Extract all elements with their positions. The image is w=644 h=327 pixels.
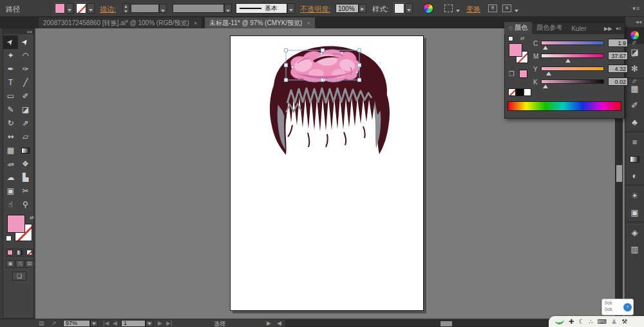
color-spectrum-bar[interactable] [507,101,621,111]
black-slider[interactable] [541,79,604,84]
control-panel-menu-icon[interactable]: ▾≡ [632,5,640,12]
ime-mode-icon[interactable]: ✚ [569,316,574,327]
pen-tool[interactable]: ✒ [3,63,18,76]
line-segment-tool[interactable]: ╱ [18,76,33,90]
none-mode-button[interactable] [25,248,33,257]
stroke-weight-field[interactable] [131,4,159,13]
lasso-tool[interactable]: ◠ [18,49,33,63]
ime-keyboard-icon[interactable]: ⌨ [598,316,607,327]
opacity-field[interactable]: 100% [336,4,359,13]
last-artboard-button[interactable]: ▶| [166,320,172,326]
dock-gradient-panel[interactable] [625,151,644,168]
stroke-weight-link[interactable]: 描边: [100,5,116,14]
eraser-tool[interactable]: ◪ [18,103,33,117]
fill-indicator-swatch[interactable] [7,215,25,233]
width-tool[interactable]: ↭ [3,130,18,144]
rectangle-tool[interactable]: ▭ [3,90,18,103]
swap-fill-stroke-icon[interactable]: ⇄ [30,215,34,221]
rotate-tool[interactable]: ↻ [3,117,18,130]
magenta-slider[interactable] [541,54,604,58]
pencil-tool[interactable]: ✎ [3,103,18,117]
blend-tool[interactable]: ❖ [18,157,33,171]
dock-collapse-button[interactable]: ◀◀ [625,17,644,27]
magenta-value-field[interactable]: 37.67 [608,52,628,60]
none-swatch[interactable] [508,88,516,96]
stroke-color-dropdown[interactable] [87,3,95,14]
dock-symbols-panel[interactable]: ♣ [625,114,644,131]
select-similar-dropdown[interactable] [513,5,520,12]
first-artboard-button[interactable]: |◀ [103,320,109,326]
paintbrush-tool[interactable]: ✐ [18,90,33,103]
draw-normal-button[interactable]: ▣ [6,260,15,268]
vertical-scrollbar-thumb[interactable] [616,165,622,182]
screen-mode-button[interactable]: ❏ [12,272,26,281]
direct-selection-tool[interactable]: ➤ [18,35,33,49]
black-value-field[interactable]: 0.02 [608,77,628,86]
ime-logo-icon[interactable] [555,319,565,325]
ime-popup[interactable]: 0cb 0cb › [601,299,634,315]
close-icon[interactable]: × [307,20,310,26]
previous-artboard-button[interactable]: ◀ [113,320,117,326]
ime-halfmoon-icon[interactable]: ☾ [578,316,584,327]
slice-tool[interactable]: ✂ [18,184,33,198]
zoom-tool[interactable]: ⚲ [18,198,33,212]
cyan-value-field[interactable]: 1.9 [608,39,628,47]
dock-transparency-panel[interactable]: ◐ [625,168,644,184]
panel-resize-grip[interactable]: ····· [558,115,570,118]
selection-tool[interactable]: ➤ [3,35,18,49]
scale-tool[interactable]: ⇗ [18,117,33,130]
swap-fill-stroke-icon[interactable]: ⇄ [520,35,525,41]
slider-handle-icon[interactable] [565,59,571,63]
white-swatch[interactable] [524,88,531,96]
hand-tool[interactable]: ☝ [3,198,18,212]
color-mode-button[interactable] [6,248,14,257]
select-similar-objects-icon[interactable]: ✕ [502,5,511,12]
gradient-mode-button[interactable] [15,248,24,257]
close-icon[interactable]: × [194,20,197,26]
stroke-weight-dropdown[interactable] [159,4,167,13]
slider-handle-icon[interactable] [543,46,548,50]
document-tab-1[interactable]: 2008730172458860 [转换].ai* @ 100% (RGB/预览… [39,17,202,28]
isolate-selected-object-icon[interactable]: ⁜ [488,5,497,12]
zoom-level-field[interactable]: 97% [63,320,90,327]
next-artboard-button[interactable]: ▶ [158,320,162,326]
recolor-artwork-icon[interactable] [423,3,433,14]
brush-dropdown[interactable] [287,3,295,14]
style-swatch[interactable] [394,3,404,14]
default-fill-stroke-icon[interactable] [508,36,513,41]
dock-color-guide-panel[interactable]: ◪ [625,44,644,61]
brush-definition-field[interactable]: 基本 [236,3,287,14]
yellow-value-field[interactable]: 4.32 [608,64,628,73]
tab-kuler[interactable]: Kuler [567,24,591,34]
eyedropper-tool[interactable]: ✎ [3,157,18,171]
toolbox-collapse-button[interactable]: ◀◀ [3,29,33,34]
panel-collapse-icon[interactable]: ◇ [509,25,513,31]
black-swatch[interactable] [516,88,524,96]
ime-language-bar[interactable]: ✚ ☾ ∴ ⌨ ♟ ⚒ [549,316,644,327]
free-transform-tool[interactable]: ▱ [18,130,33,144]
tab-color[interactable]: ◇颜色 [504,22,532,34]
transform-link[interactable]: 变换 [466,5,480,14]
artboard-tool[interactable]: ▣ [3,184,18,198]
cyan-slider[interactable] [541,41,604,45]
width-profile-dropdown[interactable] [224,4,232,13]
style-dropdown[interactable] [405,3,413,14]
dock-brushes-panel[interactable]: ✐ [625,97,644,114]
stroke-color-swatch[interactable] [76,3,86,14]
default-fill-stroke-icon[interactable] [6,235,12,241]
slider-handle-icon[interactable] [546,72,551,75]
symbol-sprayer-tool[interactable]: ☁ [3,171,18,184]
scroll-right-arrow-icon[interactable]: ▶ [267,320,271,326]
fill-color-swatch[interactable] [55,3,65,14]
export-icon[interactable]: ↗ [52,320,57,326]
dock-layers-panel[interactable]: ◈ [625,224,644,241]
opacity-link[interactable]: 不透明度: [300,5,330,14]
ime-punct-icon[interactable]: ∴ [589,316,592,327]
blob-brush-tool[interactable]: ✑ [18,63,33,76]
tab-color-guide[interactable]: 颜色参考 [532,22,567,34]
yellow-slider[interactable] [541,66,604,71]
zoom-dropdown[interactable] [90,320,98,327]
artwork-hair-illustration[interactable] [231,36,423,310]
ime-badge-icon[interactable]: › [623,303,632,312]
artboard[interactable] [230,35,424,311]
